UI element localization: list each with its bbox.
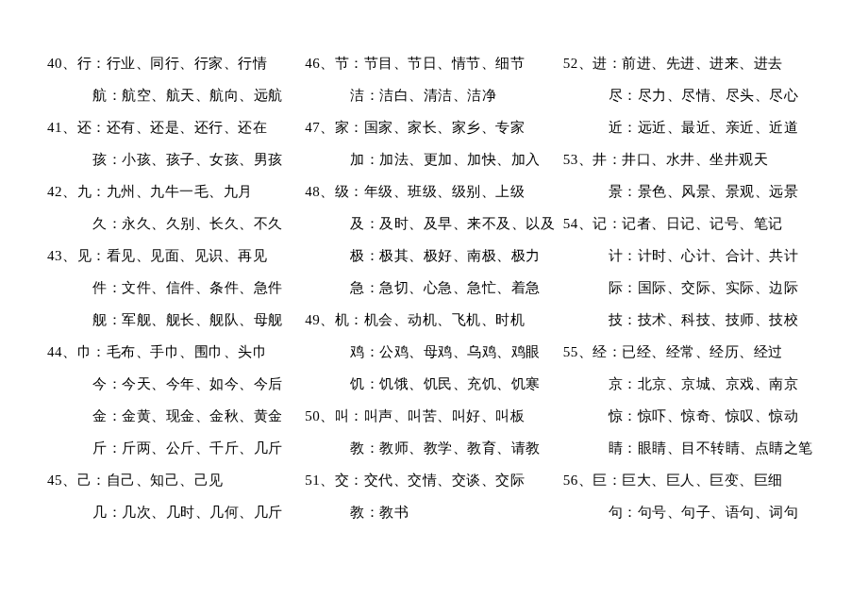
word-list: 技术、科技、技师、技校 bbox=[638, 312, 799, 327]
entry-number: 52、 bbox=[563, 47, 593, 79]
column-2: 46、节：节目、节日、情节、细节洁：洁白、清洁、洁净47、家：国家、家长、家乡、… bbox=[305, 47, 562, 614]
word-list: 文件、信件、条件、急件 bbox=[122, 280, 283, 295]
entry-number: 50、 bbox=[305, 400, 335, 432]
text-line: 惊：惊吓、惊奇、惊叹、惊动 bbox=[563, 400, 821, 432]
word-list: 计时、心计、合计、共计 bbox=[638, 248, 799, 263]
char-label: 近： bbox=[609, 120, 638, 135]
text-line: 54、记：记者、日记、记号、笔记 bbox=[563, 207, 821, 240]
entry-number: 56、 bbox=[563, 464, 593, 496]
char-label: 几： bbox=[92, 505, 122, 520]
word-list: 及时、及早、来不及、以及 bbox=[379, 216, 555, 231]
char-label: 叫： bbox=[335, 408, 364, 423]
word-list: 还有、还是、还行、还在 bbox=[107, 120, 268, 135]
text-line: 教：教书 bbox=[305, 496, 562, 528]
word-list: 毛布、手巾、围巾、头巾 bbox=[107, 344, 268, 359]
word-list: 航空、航天、航向、远航 bbox=[122, 88, 283, 103]
char-label: 经： bbox=[593, 344, 622, 359]
text-line: 43、见：看见、见面、见识、再见 bbox=[47, 240, 305, 272]
char-label: 航： bbox=[92, 88, 122, 103]
char-label: 孩： bbox=[92, 152, 122, 167]
text-line: 计：计时、心计、合计、共计 bbox=[563, 240, 821, 272]
word-list: 国家、家长、家乡、专家 bbox=[364, 120, 526, 135]
word-list: 叫声、叫苦、叫好、叫板 bbox=[364, 408, 526, 423]
entry-number: 48、 bbox=[305, 175, 335, 207]
word-list: 交代、交情、交谈、交际 bbox=[364, 473, 526, 488]
document-page: 40、行：行业、同行、行家、行情航：航空、航天、航向、远航41、还：还有、还是、… bbox=[0, 0, 868, 614]
text-line: 49、机：机会、动机、飞机、时机 bbox=[305, 304, 562, 336]
word-list: 金黄、现金、金秋、黄金 bbox=[122, 408, 283, 423]
word-list: 教书 bbox=[379, 505, 409, 520]
text-line: 京：北京、京城、京戏、南京 bbox=[563, 368, 821, 400]
word-list: 已经、经常、经历、经过 bbox=[622, 344, 783, 359]
word-list: 洁白、清洁、洁净 bbox=[379, 88, 496, 103]
entry-number: 40、 bbox=[47, 47, 77, 79]
text-line: 45、己：自己、知己、己见 bbox=[47, 464, 305, 496]
text-line: 句：句号、句子、语句、词句 bbox=[563, 496, 821, 528]
word-list: 远近、最近、亲近、近道 bbox=[638, 120, 799, 135]
char-label: 巾： bbox=[77, 344, 107, 359]
text-line: 42、九：九州、九牛一毛、九月 bbox=[47, 175, 305, 207]
char-label: 金： bbox=[92, 408, 122, 423]
word-list: 斤两、公斤、千斤、几斤 bbox=[122, 440, 283, 456]
text-line: 53、井：井口、水井、坐井观天 bbox=[563, 143, 821, 175]
column-3: 52、进：前进、先进、进来、进去尽：尽力、尽情、尽头、尽心近：远近、最近、亲近、… bbox=[563, 47, 821, 614]
text-line: 尽：尽力、尽情、尽头、尽心 bbox=[563, 79, 821, 111]
text-line: 40、行：行业、同行、行家、行情 bbox=[47, 47, 305, 79]
char-label: 极： bbox=[350, 248, 379, 263]
text-line: 极：极其、极好、南极、极力 bbox=[305, 240, 562, 272]
char-label: 及： bbox=[350, 216, 379, 231]
char-label: 计： bbox=[609, 248, 638, 263]
word-list: 饥饿、饥民、充饥、饥寒 bbox=[379, 376, 541, 391]
char-label: 舰： bbox=[92, 312, 122, 327]
word-list: 巨大、巨人、巨变、巨细 bbox=[622, 473, 783, 488]
char-label: 井： bbox=[593, 152, 622, 167]
char-label: 巨： bbox=[593, 473, 622, 488]
char-label: 件： bbox=[92, 280, 122, 295]
char-label: 尽： bbox=[609, 88, 638, 103]
char-label: 教： bbox=[350, 440, 379, 456]
column-1: 40、行：行业、同行、行家、行情航：航空、航天、航向、远航41、还：还有、还是、… bbox=[47, 47, 305, 614]
char-label: 斤： bbox=[92, 440, 122, 456]
word-list: 几次、几时、几何、几斤 bbox=[122, 505, 283, 520]
entry-number: 43、 bbox=[47, 240, 77, 272]
entry-number: 55、 bbox=[563, 336, 593, 368]
word-list: 机会、动机、飞机、时机 bbox=[364, 312, 526, 327]
word-list: 极其、极好、南极、极力 bbox=[379, 248, 541, 263]
entry-number: 45、 bbox=[47, 464, 77, 496]
word-list: 景色、风景、景观、远景 bbox=[638, 184, 799, 199]
word-list: 加法、更加、加快、加入 bbox=[379, 152, 541, 167]
char-label: 技： bbox=[609, 312, 638, 327]
word-list: 眼睛、目不转睛、点睛之笔 bbox=[638, 440, 813, 456]
text-line: 急：急切、心急、急忙、着急 bbox=[305, 272, 562, 304]
text-line: 48、级：年级、班级、级别、上级 bbox=[305, 175, 562, 207]
text-line: 47、家：国家、家长、家乡、专家 bbox=[305, 111, 562, 143]
text-line: 鸡：公鸡、母鸡、乌鸡、鸡眼 bbox=[305, 336, 562, 368]
word-list: 看见、见面、见识、再见 bbox=[107, 248, 268, 263]
char-label: 九： bbox=[77, 184, 107, 199]
text-line: 斤：斤两、公斤、千斤、几斤 bbox=[47, 432, 305, 464]
word-list: 教师、教学、教育、请教 bbox=[379, 440, 541, 456]
text-line: 56、巨：巨大、巨人、巨变、巨细 bbox=[563, 464, 821, 496]
char-label: 节： bbox=[335, 56, 364, 71]
char-label: 级： bbox=[335, 184, 364, 199]
word-list: 永久、久别、长久、不久 bbox=[122, 216, 283, 231]
entry-number: 54、 bbox=[563, 207, 593, 240]
char-label: 睛： bbox=[609, 440, 638, 456]
char-label: 京： bbox=[609, 376, 638, 391]
word-list: 记者、日记、记号、笔记 bbox=[622, 216, 783, 231]
char-label: 加： bbox=[350, 152, 379, 167]
text-line: 41、还：还有、还是、还行、还在 bbox=[47, 111, 305, 143]
text-line: 44、巾：毛布、手巾、围巾、头巾 bbox=[47, 336, 305, 368]
char-label: 家： bbox=[335, 120, 364, 135]
entry-number: 51、 bbox=[305, 464, 335, 496]
text-line: 教：教师、教学、教育、请教 bbox=[305, 432, 562, 464]
text-line: 技：技术、科技、技师、技校 bbox=[563, 304, 821, 336]
word-list: 公鸡、母鸡、乌鸡、鸡眼 bbox=[379, 344, 541, 359]
word-list: 惊吓、惊奇、惊叹、惊动 bbox=[638, 408, 799, 423]
word-list: 尽力、尽情、尽头、尽心 bbox=[638, 88, 799, 103]
text-line: 孩：小孩、孩子、女孩、男孩 bbox=[47, 143, 305, 175]
entry-number: 53、 bbox=[563, 143, 593, 175]
word-list: 军舰、舰长、舰队、母舰 bbox=[122, 312, 283, 327]
char-label: 己： bbox=[77, 473, 107, 488]
word-list: 九州、九牛一毛、九月 bbox=[107, 184, 253, 199]
